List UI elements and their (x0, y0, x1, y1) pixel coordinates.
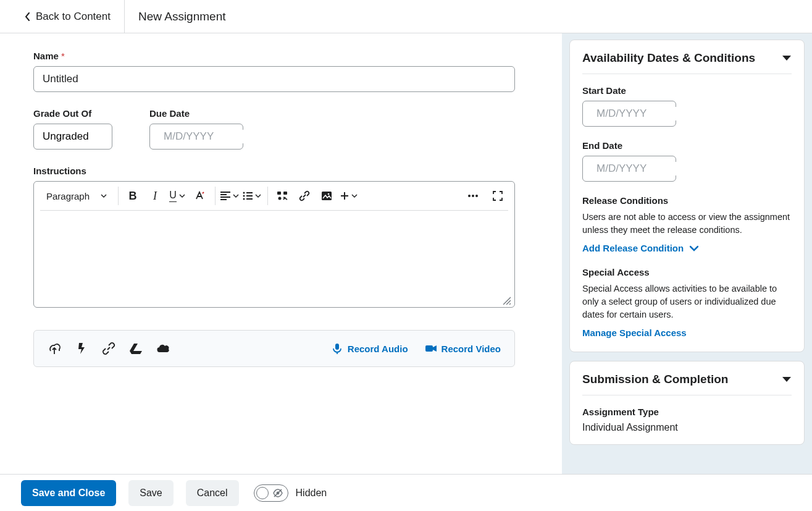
bullet-list-icon (243, 192, 253, 200)
chevron-down-icon (101, 193, 107, 199)
link-icon (299, 190, 310, 201)
page-title: New Assignment (125, 10, 240, 23)
bold-button[interactable]: B (122, 187, 143, 205)
main-form: Name * Grade Out Of Due Date (0, 33, 562, 474)
attachments-bar: Record Audio Record Video (33, 330, 515, 367)
header: Back to Content New Assignment (0, 0, 812, 33)
back-to-content-button[interactable]: Back to Content (0, 0, 125, 33)
visibility-toggle[interactable] (254, 484, 288, 502)
insert-more-button[interactable] (338, 187, 359, 205)
chevron-down-icon (255, 193, 261, 199)
start-date-label: Start Date (582, 85, 792, 96)
text-color-button[interactable] (189, 187, 210, 205)
svg-point-3 (243, 198, 245, 200)
svg-rect-5 (283, 192, 287, 195)
grade-label: Grade Out Of (33, 108, 112, 119)
align-left-icon (220, 192, 230, 200)
special-access-label: Special Access (582, 267, 792, 277)
svg-point-2 (243, 195, 245, 197)
svg-rect-4 (277, 192, 281, 195)
side-panel: Availability Dates & Conditions Start Da… (562, 33, 812, 474)
collapse-icon (782, 54, 792, 62)
insert-link-button[interactable] (294, 187, 315, 205)
insert-image-button[interactable] (316, 187, 337, 205)
insert-quicklink-icon (277, 191, 288, 201)
assignment-type-label: Assignment Type (582, 407, 792, 417)
name-input[interactable] (33, 66, 515, 92)
required-marker: * (61, 51, 65, 61)
end-date-label: End Date (582, 140, 792, 151)
svg-point-11 (475, 195, 478, 197)
chevron-down-icon (351, 193, 358, 199)
add-release-condition-button[interactable]: Add Release Condition (582, 243, 698, 253)
save-and-close-button[interactable]: Save and Close (21, 480, 116, 506)
assignment-type-value: Individual Assignment (582, 422, 792, 433)
collapse-icon (782, 376, 792, 383)
cancel-button[interactable]: Cancel (186, 480, 239, 506)
save-button[interactable]: Save (128, 480, 173, 506)
align-button[interactable] (219, 187, 240, 205)
due-date-field[interactable] (162, 130, 296, 143)
availability-panel: Availability Dates & Conditions Start Da… (569, 40, 805, 352)
resize-handle-icon[interactable] (502, 296, 511, 305)
record-audio-button[interactable]: Record Audio (332, 343, 408, 354)
back-label: Back to Content (36, 11, 111, 23)
svg-point-9 (468, 195, 471, 197)
footer-bar: Save and Close Save Cancel Hidden (0, 474, 812, 511)
quicklink-lightning-icon[interactable] (75, 342, 88, 355)
record-video-button[interactable]: Record Video (425, 343, 501, 354)
image-icon (321, 191, 332, 201)
font-color-icon (194, 190, 205, 201)
svg-rect-7 (322, 192, 332, 200)
paragraph-style-select[interactable]: Paragraph (44, 191, 113, 201)
submission-panel-header[interactable]: Submission & Completion (582, 373, 792, 395)
microphone-icon (332, 343, 343, 354)
upload-file-icon[interactable] (48, 342, 61, 355)
google-drive-icon[interactable] (129, 342, 143, 355)
editor-content-area[interactable] (34, 214, 514, 307)
list-button[interactable] (241, 187, 262, 205)
ellipsis-icon (467, 194, 479, 198)
special-access-desc: Special Access allows activities to be a… (582, 282, 792, 321)
plus-icon (340, 192, 349, 200)
rich-text-editor: Paragraph B I U (33, 181, 515, 308)
start-date-input[interactable] (582, 101, 676, 127)
attach-link-icon[interactable] (102, 342, 115, 355)
more-actions-button[interactable] (463, 187, 483, 205)
release-conditions-label: Release Conditions (582, 195, 792, 206)
chevron-down-icon (233, 193, 239, 199)
end-date-input[interactable] (582, 156, 676, 182)
name-label: Name * (33, 51, 562, 61)
instructions-label: Instructions (33, 166, 562, 176)
svg-point-1 (243, 192, 245, 194)
submission-panel: Submission & Completion Assignment Type … (569, 361, 805, 445)
chevron-down-icon (179, 193, 185, 199)
onedrive-icon[interactable] (156, 342, 170, 355)
manage-special-access-button[interactable]: Manage Special Access (582, 327, 687, 338)
due-date-input[interactable] (149, 124, 243, 150)
fullscreen-button[interactable] (487, 187, 508, 205)
release-conditions-desc: Users are not able to access or view the… (582, 211, 792, 237)
visibility-label: Hidden (296, 488, 327, 499)
due-date-label: Due Date (149, 108, 243, 119)
grade-input[interactable] (33, 124, 112, 150)
video-camera-icon (425, 343, 437, 354)
chevron-down-icon (690, 245, 698, 251)
fullscreen-icon (493, 191, 503, 201)
hidden-eye-icon (273, 488, 283, 498)
svg-rect-12 (335, 344, 339, 350)
insert-stuff-button[interactable] (272, 187, 293, 205)
svg-point-8 (328, 193, 330, 195)
svg-point-10 (472, 195, 474, 197)
chevron-left-icon (25, 12, 31, 21)
svg-point-6 (278, 197, 282, 200)
underline-button[interactable]: U (167, 187, 188, 205)
availability-panel-header[interactable]: Availability Dates & Conditions (582, 51, 792, 74)
svg-rect-13 (425, 345, 433, 352)
italic-button[interactable]: I (144, 187, 165, 205)
